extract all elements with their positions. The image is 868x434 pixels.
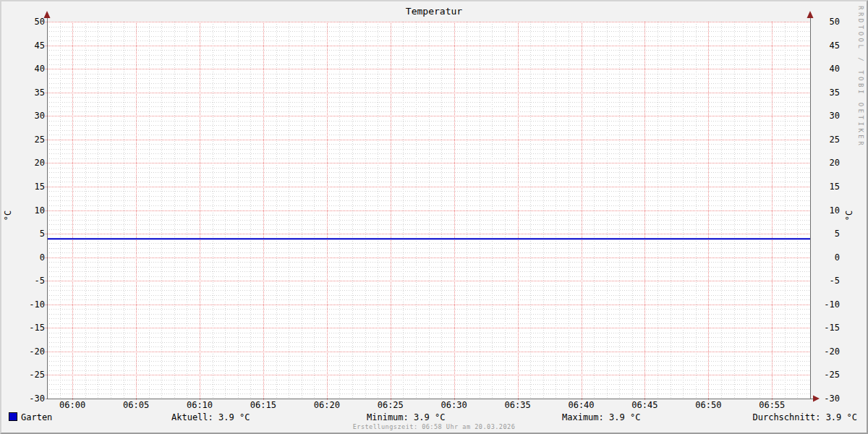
y-tick-label-right: 20 [830,158,840,168]
x-tick-label: 06:00 [59,400,85,410]
y-tick-label-right: -30 [824,393,840,404]
creation-timestamp: Erstellungszeit: 06:58 Uhr am 20.03.2026 [1,423,867,430]
x-tick-label: 06:35 [505,400,531,410]
y-tick-label-right: -10 [824,299,840,310]
y-tick-label-left: 50 [35,17,45,27]
y-tick-label-right: 30 [830,111,840,121]
y-tick-label-left: 15 [35,182,45,192]
y-tick-label-right: 40 [830,64,840,74]
x-tick-label: 06:30 [441,400,467,410]
y-tick-label-left: 35 [35,88,45,98]
x-tick-label: 06:15 [250,400,276,410]
y-tick-label-right: 0 [835,252,840,263]
y-tick-label-left: -25 [29,370,45,380]
y-tick-label-left: 10 [35,205,45,216]
y-tick-label-left: -5 [35,276,45,286]
x-tick-label: 06:10 [187,400,213,410]
y-axis-arrow-right [807,11,814,18]
y-tick-label-left: 5 [40,229,45,239]
x-tick-label: 06:05 [123,400,149,410]
y-tick-label-left: -30 [29,393,45,404]
y-tick-label-right: 25 [830,135,840,145]
y-tick-label-left: -10 [29,299,45,310]
y-tick-label-right: 45 [830,41,840,51]
x-tick-label: 06:25 [378,400,404,410]
y-tick-label-right: 5 [835,229,840,239]
y-tick-label-right: 35 [830,88,840,98]
y-tick-label-right: -20 [824,346,840,357]
x-axis-arrow [813,396,820,402]
y-tick-label-left: 20 [35,158,45,168]
rrdtool-graph: Temperatur RRDTOOL / TOBI OETIKER °C °C … [0,0,868,434]
y-tick-label-left: 30 [35,111,45,121]
y-tick-label-right: 15 [830,182,840,192]
plot-area: -30-30-25-25-20-20-15-15-10-10-5-5005510… [1,1,868,434]
x-tick-label: 06:45 [631,400,658,410]
y-tick-label-left: 40 [35,64,45,74]
y-tick-label-left: 0 [40,252,45,263]
y-tick-label-right: -25 [824,370,840,380]
y-tick-label-left: -15 [29,323,45,333]
y-tick-label-right: -5 [830,276,840,286]
x-tick-label: 06:40 [568,400,594,410]
y-tick-label-right: -15 [824,323,840,333]
y-tick-label-right: 50 [830,17,840,27]
x-tick-label: 06:55 [759,400,785,410]
y-tick-label-left: 45 [35,41,45,51]
y-tick-label-left: -20 [29,346,45,357]
y-tick-label-right: 10 [830,205,840,216]
x-tick-label: 06:50 [695,400,721,410]
x-tick-label: 06:20 [314,400,340,410]
y-tick-label-left: 25 [35,135,45,145]
